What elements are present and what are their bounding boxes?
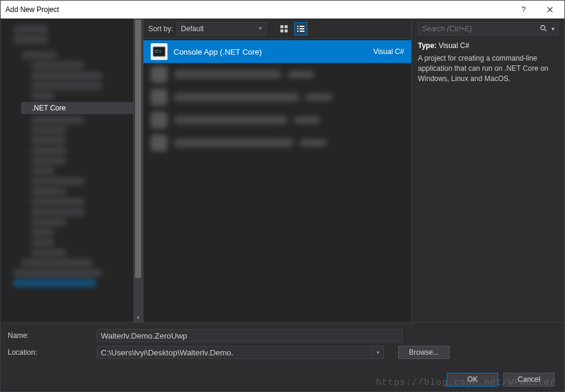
template-row-blurred[interactable] (144, 109, 411, 131)
location-row: Location: ▼ Browse... (8, 346, 555, 359)
category-sidebar: .NET Core (1, 19, 144, 322)
template-icon-blurred (151, 89, 168, 106)
tree-item-selected[interactable]: .NET Core (21, 102, 138, 114)
svg-rect-8 (297, 31, 298, 32)
detail-type-label: Type: (418, 41, 437, 50)
tree-item-blurred[interactable] (31, 126, 67, 134)
sortby-dropdown[interactable]: Default ▼ (177, 22, 267, 35)
location-dropdown-icon[interactable]: ▼ (373, 346, 384, 359)
template-name-blurred (174, 139, 294, 147)
template-row-blurred[interactable] (144, 63, 411, 86)
tree-item-blurred[interactable] (31, 157, 67, 165)
template-lang-blurred (288, 71, 315, 78)
template-list[interactable]: C:\ Console App (.NET Core) Visual C# (144, 39, 411, 322)
name-label: Name: (8, 331, 92, 340)
template-lang-blurred (294, 116, 321, 124)
template-name-blurred (174, 93, 300, 101)
tree-item-blurred[interactable] (21, 51, 57, 59)
name-row: Name: (8, 329, 555, 342)
tree-item-blurred[interactable] (31, 92, 55, 100)
template-row-blurred[interactable] (144, 131, 411, 154)
template-row-blurred[interactable] (144, 86, 411, 109)
main-area: .NET Core (1, 19, 564, 322)
tree-item-blurred[interactable] (31, 167, 55, 175)
tree-item-blurred[interactable] (31, 218, 67, 226)
console-app-icon: C:\ (151, 43, 168, 60)
scrollbar-down-arrow[interactable]: ▾ (133, 313, 143, 322)
detail-type-value: Visual C# (438, 41, 469, 50)
template-name-blurred (174, 70, 282, 79)
tree-item-blurred[interactable] (31, 61, 85, 70)
search-dropdown-icon[interactable]: ▼ (549, 26, 555, 32)
detail-pane: ▼ Type: Visual C# A project for creating… (411, 19, 564, 322)
tree-item-blurred[interactable] (31, 208, 85, 216)
chevron-down-icon: ▼ (258, 26, 262, 31)
window-title: Add New Project (5, 5, 510, 14)
sortby-value: Default (181, 25, 204, 33)
tiles-icon (280, 25, 288, 33)
scrollbar-thumb[interactable] (135, 20, 141, 278)
svg-rect-2 (280, 29, 283, 32)
svg-rect-3 (285, 29, 288, 32)
browse-button[interactable]: Browse... (398, 346, 450, 359)
template-icon-blurred (151, 112, 168, 128)
location-input[interactable] (97, 346, 373, 359)
svg-rect-7 (300, 28, 304, 29)
search-box[interactable]: ▼ (418, 22, 558, 35)
tree-item-blurred[interactable] (13, 25, 49, 34)
svg-rect-1 (285, 25, 288, 28)
template-name-blurred (174, 116, 288, 124)
name-input[interactable] (97, 329, 403, 342)
sortby-label: Sort by: (148, 25, 173, 33)
dialog-footer: https://blog.csdn.net/WPwalter OK Cancel (1, 367, 564, 391)
tree-item-blurred[interactable] (31, 82, 103, 90)
ok-button[interactable]: OK (447, 373, 498, 387)
help-button[interactable]: ? (510, 1, 537, 18)
svg-rect-0 (280, 25, 283, 28)
center-column: Sort by: Default ▼ C:\ Cons (144, 19, 411, 322)
tree-item-blurred[interactable] (31, 71, 103, 80)
tree-item-blurred[interactable] (31, 249, 67, 257)
tree-item-blurred[interactable] (31, 198, 85, 206)
template-language: Visual C# (373, 47, 404, 56)
titlebar: Add New Project ? (1, 1, 564, 19)
svg-rect-9 (300, 31, 304, 32)
tree-link-blurred[interactable] (13, 279, 97, 287)
view-tiles-button[interactable] (277, 22, 291, 35)
svg-point-12 (541, 25, 545, 29)
detail-description: A project for creating a command-line ap… (418, 53, 558, 83)
tree-item-blurred[interactable] (31, 238, 55, 247)
cancel-button[interactable]: Cancel (503, 373, 555, 387)
sidebar-scrollbar[interactable]: ▾ (133, 19, 143, 322)
svg-rect-5 (300, 26, 304, 27)
category-tree[interactable]: .NET Core (1, 19, 138, 294)
template-row-selected[interactable]: C:\ Console App (.NET Core) Visual C# (144, 40, 411, 63)
close-button[interactable] (537, 1, 563, 18)
tree-item-blurred[interactable] (31, 146, 67, 155)
tree-item-blurred[interactable] (31, 116, 85, 124)
view-list-button[interactable] (294, 22, 307, 35)
svg-line-13 (545, 29, 546, 31)
tree-item-blurred[interactable] (31, 177, 85, 185)
tree-item-blurred[interactable] (31, 187, 67, 196)
tree-item-blurred[interactable] (31, 228, 55, 237)
svg-text:C:\: C:\ (155, 49, 162, 54)
tree-item-blurred[interactable] (31, 136, 67, 145)
tree-item-blurred[interactable] (13, 35, 49, 44)
search-input[interactable] (422, 25, 537, 33)
location-label: Location: (8, 348, 92, 357)
search-icon[interactable] (537, 25, 549, 34)
svg-rect-6 (297, 28, 298, 29)
template-icon-blurred (151, 66, 168, 83)
close-icon (547, 7, 553, 13)
template-lang-blurred (306, 94, 333, 101)
bottom-form: Name: Location: ▼ Browse... (1, 322, 564, 367)
tree-item-blurred[interactable] (13, 269, 103, 277)
add-new-project-dialog: Add New Project ? .NET Core (0, 0, 565, 392)
template-icon-blurred (151, 134, 168, 151)
tree-item-blurred[interactable] (21, 259, 93, 267)
template-name: Console App (.NET Core) (174, 47, 367, 56)
detail-type-row: Type: Visual C# (418, 41, 558, 50)
svg-rect-4 (297, 26, 298, 27)
list-icon (297, 25, 305, 33)
